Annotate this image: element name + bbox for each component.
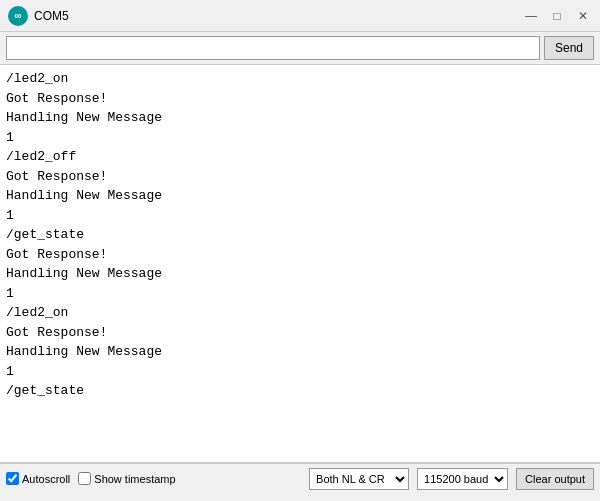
baud-rate-group: 300 baud1200 baud2400 baud4800 baud9600 … xyxy=(417,468,508,490)
title-bar-left: ∞ COM5 xyxy=(8,6,69,26)
line-ending-group: No line endingNewlineCarriage returnBoth… xyxy=(309,468,409,490)
timestamp-label: Show timestamp xyxy=(94,473,175,485)
serial-input[interactable] xyxy=(6,36,540,60)
timestamp-checkbox[interactable] xyxy=(78,472,91,485)
autoscroll-group: Autoscroll xyxy=(6,472,70,485)
baud-rate-dropdown[interactable]: 300 baud1200 baud2400 baud4800 baud9600 … xyxy=(417,468,508,490)
window-title: COM5 xyxy=(34,9,69,23)
send-button[interactable]: Send xyxy=(544,36,594,60)
close-button[interactable]: ✕ xyxy=(574,7,592,25)
arduino-logo-icon: ∞ xyxy=(8,6,28,26)
clear-output-button[interactable]: Clear output xyxy=(516,468,594,490)
output-text: /led2_on Got Response! Handling New Mess… xyxy=(0,65,588,462)
title-bar: ∞ COM5 — □ ✕ xyxy=(0,0,600,32)
status-bar: Autoscroll Show timestamp No line ending… xyxy=(0,463,600,493)
timestamp-group: Show timestamp xyxy=(78,472,175,485)
line-ending-dropdown[interactable]: No line endingNewlineCarriage returnBoth… xyxy=(309,468,409,490)
autoscroll-label: Autoscroll xyxy=(22,473,70,485)
input-row: Send xyxy=(0,32,600,65)
minimize-button[interactable]: — xyxy=(522,7,540,25)
maximize-button[interactable]: □ xyxy=(548,7,566,25)
title-bar-controls: — □ ✕ xyxy=(522,7,592,25)
output-container: /led2_on Got Response! Handling New Mess… xyxy=(0,65,600,463)
autoscroll-checkbox[interactable] xyxy=(6,472,19,485)
